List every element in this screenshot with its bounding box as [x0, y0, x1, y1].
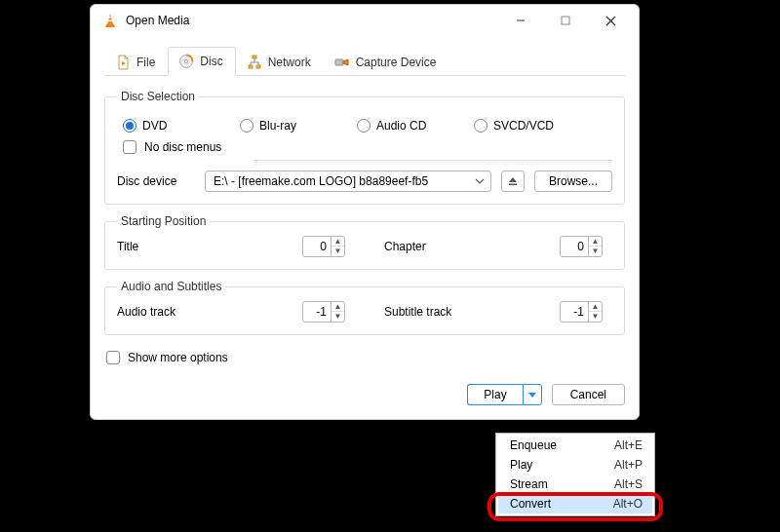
svg-rect-1: [108, 17, 112, 18]
checkbox-box: [106, 351, 120, 364]
titlebar: Open Media: [91, 5, 639, 36]
radio-audiocd[interactable]: Audio CD: [357, 119, 454, 133]
subtitle-track-label: Subtitle track: [384, 305, 550, 319]
subtitle-track-spinner[interactable]: -1 ▲▼: [560, 301, 603, 323]
menu-item-shortcut: Alt+E: [614, 438, 643, 452]
radio-bluray[interactable]: Blu-ray: [240, 119, 337, 133]
svg-rect-5: [562, 17, 569, 24]
audio-track-spinner[interactable]: -1 ▲▼: [302, 301, 345, 323]
menu-item-shortcut: Alt+P: [614, 458, 643, 472]
menu-item-enqueue[interactable]: Enqueue Alt+E: [498, 436, 652, 455]
open-media-dialog: Open Media File Disc Network: [90, 4, 640, 420]
disc-device-row: Disc device E:\ - [freemake.com LOGO] b8…: [117, 171, 612, 192]
tab-network[interactable]: Network: [236, 48, 324, 76]
menu-item-label: Stream: [510, 477, 548, 491]
svg-marker-16: [509, 177, 517, 182]
svg-marker-15: [343, 59, 348, 65]
button-label: Play: [484, 388, 506, 401]
network-icon: [247, 55, 262, 70]
chevron-down-icon: [528, 391, 536, 399]
radio-svcd[interactable]: SVCD/VCD: [474, 119, 571, 133]
menu-item-stream[interactable]: Stream Alt+S: [498, 475, 652, 494]
maximize-button[interactable]: [543, 6, 588, 35]
disc-device-combo[interactable]: E:\ - [freemake.com LOGO] b8a89eef-fb5: [205, 171, 491, 192]
tab-capture[interactable]: Capture Device: [324, 48, 449, 76]
audio-subtitles-group: Audio and Subtitles Audio track -1 ▲▼ Su…: [104, 280, 625, 335]
tab-label: File: [136, 56, 155, 69]
spinner-value: 0: [303, 240, 331, 253]
radio-dvd[interactable]: DVD: [123, 119, 220, 133]
minimize-button[interactable]: [498, 6, 543, 35]
button-label: Cancel: [570, 388, 606, 401]
spinner-arrows: ▲▼: [331, 302, 344, 322]
radio-label: Audio CD: [376, 119, 426, 133]
audio-track-label: Audio track: [117, 305, 292, 319]
spinner-value: 0: [561, 240, 588, 253]
title-label: Title: [117, 240, 292, 253]
disc-device-label: Disc device: [117, 174, 195, 188]
group-legend: Starting Position: [117, 214, 210, 228]
capture-icon: [334, 55, 350, 70]
group-legend: Audio and Subtitles: [117, 280, 225, 293]
chapter-label: Chapter: [384, 240, 550, 253]
svg-rect-17: [509, 184, 517, 186]
eject-icon: [508, 176, 518, 186]
disc-panel: Disc Selection DVD Blu-ray Audio CD SVCD…: [91, 76, 639, 384]
disc-icon: [178, 54, 194, 69]
svg-rect-2: [108, 20, 113, 22]
tab-file[interactable]: File: [104, 48, 168, 76]
menu-item-label: Play: [510, 458, 532, 472]
starting-position-group: Starting Position Title 0 ▲▼ Chapter 0 ▲…: [104, 214, 625, 270]
svg-point-10: [185, 59, 188, 62]
svg-marker-3: [105, 24, 115, 27]
divider: [254, 160, 612, 161]
spinner-arrows: ▲▼: [588, 302, 602, 322]
title-spinner[interactable]: 0 ▲▼: [302, 236, 345, 257]
radio-indicator: [123, 119, 136, 133]
tab-label: Network: [268, 56, 311, 69]
menu-item-shortcut: Alt+O: [613, 497, 643, 511]
checkbox-label: Show more options: [128, 351, 228, 364]
tab-label: Disc: [200, 55, 222, 68]
tabs: File Disc Network Capture Device: [104, 46, 625, 76]
browse-button[interactable]: Browse...: [534, 171, 612, 192]
checkbox-label: No disc menus: [144, 140, 221, 154]
menu-item-label: Convert: [510, 497, 551, 511]
vlc-icon: [102, 13, 118, 28]
chapter-spinner[interactable]: 0 ▲▼: [560, 236, 603, 257]
eject-button[interactable]: [501, 171, 525, 192]
spinner-value: -1: [561, 305, 588, 319]
show-more-options[interactable]: Show more options: [106, 351, 623, 364]
combo-value: E:\ - [freemake.com LOGO] b8a89eef-fb5: [214, 174, 428, 188]
play-menu: Enqueue Alt+E Play Alt+P Stream Alt+S Co…: [495, 433, 655, 516]
close-button[interactable]: [588, 6, 633, 35]
tab-label: Capture Device: [356, 56, 437, 69]
menu-item-convert[interactable]: Convert Alt+O: [498, 494, 652, 513]
svg-rect-12: [249, 65, 253, 68]
tab-disc[interactable]: Disc: [168, 47, 235, 76]
radio-label: SVCD/VCD: [493, 119, 554, 133]
radio-label: Blu-ray: [259, 119, 296, 133]
group-legend: Disc Selection: [117, 90, 199, 103]
menu-item-play[interactable]: Play Alt+P: [498, 455, 652, 475]
svg-rect-13: [256, 65, 260, 68]
play-dropdown-button[interactable]: [523, 384, 542, 405]
play-button[interactable]: Play: [467, 384, 522, 405]
spinner-arrows: ▲▼: [331, 237, 344, 256]
play-split-button: Play: [467, 384, 541, 405]
window-title: Open Media: [126, 14, 498, 27]
spinner-value: -1: [303, 305, 331, 319]
disc-selection-group: Disc Selection DVD Blu-ray Audio CD SVCD…: [104, 90, 625, 205]
checkbox-box: [123, 140, 136, 154]
cancel-button[interactable]: Cancel: [552, 384, 625, 405]
button-label: Browse...: [549, 174, 598, 188]
radio-label: DVD: [142, 119, 167, 133]
menu-item-label: Enqueue: [510, 438, 557, 452]
spinner-arrows: ▲▼: [588, 237, 602, 256]
dialog-footer: Play Cancel: [91, 384, 639, 419]
svg-marker-18: [528, 393, 536, 398]
radio-indicator: [240, 119, 254, 133]
no-disc-menus-row[interactable]: No disc menus: [123, 140, 612, 154]
file-icon: [115, 55, 131, 70]
svg-marker-0: [107, 14, 113, 24]
